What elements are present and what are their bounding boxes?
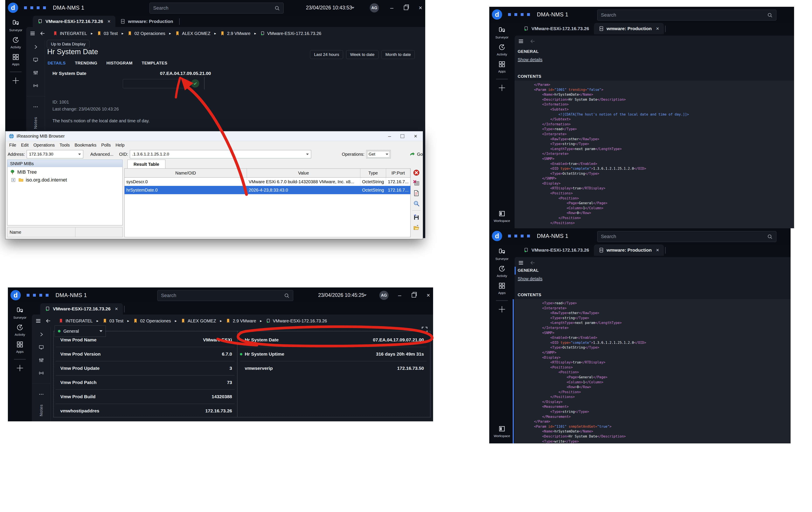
breadcrumb-item-integratel[interactable]: INTEGRATEL: [59, 319, 93, 324]
maximize-button[interactable]: [401, 134, 404, 138]
tab-wmware-production[interactable]: wmware: Production: [115, 16, 178, 27]
column-header-name-oid[interactable]: Name/OID: [124, 169, 247, 178]
clock[interactable]: 23/04/2026 10:45:25: [318, 292, 364, 298]
menu-item-edit[interactable]: Edit: [19, 142, 31, 148]
more-options-icon[interactable]: [33, 104, 38, 110]
tree-node-mib-tree[interactable]: MIB Tree: [10, 169, 120, 175]
go-button[interactable]: Go: [409, 151, 423, 157]
sidebar-item-activity[interactable]: Activity: [497, 43, 507, 56]
advanced-button[interactable]: Advanced...: [90, 152, 113, 157]
clear-table-icon[interactable]: [413, 180, 420, 186]
more-options-icon[interactable]: [38, 391, 44, 397]
menu-item-help[interactable]: Help: [113, 142, 127, 148]
column-header-type[interactable]: Type: [360, 169, 386, 178]
result-table-tab[interactable]: Result Table: [127, 160, 166, 169]
breadcrumb-item-02-operaciones[interactable]: 02 Operaciones: [133, 319, 171, 324]
subtab-details[interactable]: DETAILS: [48, 61, 66, 65]
sidebar-item-apps[interactable]: Apps: [16, 341, 24, 354]
search-input[interactable]: Search: [597, 231, 776, 242]
breadcrumb-item-03-test[interactable]: 03 Test: [103, 319, 123, 324]
tab-vmware-esxi-172-16-73-26[interactable]: VMware-ESXi-172.16.73.26: [519, 244, 594, 256]
tab-wmware-production[interactable]: wmware: Production×: [594, 244, 664, 256]
add-button[interactable]: [498, 84, 506, 92]
tab-wmware-production[interactable]: wmware: Production×: [594, 23, 664, 34]
restore-button[interactable]: [412, 293, 416, 298]
log-document-icon[interactable]: [413, 190, 420, 197]
table-row-sysdescr-0[interactable]: sysDescr.0VMware ESXi 6.7.0 build-143203…: [124, 178, 410, 186]
up-to-data-display-button[interactable]: Up to Data Display: [47, 40, 90, 49]
sidebar-item-workspace[interactable]: Workspace: [494, 210, 510, 222]
close-tab-icon[interactable]: ×: [656, 26, 659, 32]
monitor-icon[interactable]: [33, 57, 38, 63]
notes-rail-label[interactable]: Notes: [33, 117, 38, 129]
add-button[interactable]: [498, 305, 506, 313]
restore-button[interactable]: [404, 6, 408, 10]
show-details-link[interactable]: Show details: [518, 57, 542, 62]
param-row-vmw-prod-build[interactable]: Vmw Prod Build14320388: [56, 390, 235, 404]
expand-rail-icon[interactable]: [38, 332, 44, 337]
close-button[interactable]: ×: [427, 292, 430, 299]
breadcrumb-item-alex-gomez[interactable]: ALEX GOMEZ: [175, 31, 210, 36]
minimize-button[interactable]: –: [398, 292, 401, 299]
sidebar-item-workspace[interactable]: Workspace: [494, 425, 510, 438]
breadcrumb-item-vmware-esxi-172-16-73-26[interactable]: VMware-ESXi-172.16.73.26: [260, 31, 321, 36]
param-row-vmwserverip[interactable]: vmwserverip172.16.73.50: [240, 361, 427, 375]
back-icon[interactable]: [40, 31, 46, 36]
code-scroll-indicator[interactable]: [513, 299, 514, 444]
sliders-icon[interactable]: [38, 357, 44, 363]
avatar[interactable]: AG: [379, 291, 388, 300]
column-header-ip-port[interactable]: IP:Port: [386, 169, 410, 178]
sidebar-item-apps[interactable]: Apps: [498, 61, 505, 73]
close-tab-icon[interactable]: ×: [656, 247, 659, 253]
sidebar-item-apps[interactable]: Apps: [498, 282, 505, 295]
value-input[interactable]: [123, 79, 188, 88]
param-row-vmwhostipaddres[interactable]: vmwhostipaddres172.16.73.26: [56, 404, 235, 418]
close-tab-icon[interactable]: ×: [115, 306, 118, 312]
tab-vmware-esxi-172-16-73-26[interactable]: VMware-ESXi-172.16.73.26×: [40, 303, 123, 314]
range-button-week-to-date[interactable]: Week to date: [346, 50, 378, 59]
breadcrumb-item-2-9-vmware[interactable]: 2.9 VMware: [226, 319, 256, 324]
search-input[interactable]: Search: [149, 3, 284, 13]
close-tab-icon[interactable]: ×: [108, 18, 111, 25]
close-button[interactable]: ×: [419, 5, 422, 11]
broadcast-icon[interactable]: [38, 370, 44, 376]
show-details-link[interactable]: Show details: [518, 276, 542, 281]
expand-plus-icon[interactable]: [10, 177, 16, 183]
sidebar-item-activity[interactable]: Activity: [10, 36, 21, 49]
expand-icon[interactable]: [421, 326, 428, 333]
address-combobox[interactable]: 172.16.73.30: [27, 150, 83, 158]
search-input[interactable]: Search: [597, 10, 776, 21]
column-header-value[interactable]: Value: [247, 169, 360, 178]
menu-item-bookmarks[interactable]: Bookmarks: [72, 142, 99, 148]
param-row-vmw-prod-patch[interactable]: Vmw Prod Patch73: [56, 375, 235, 390]
back-icon[interactable]: [530, 260, 535, 266]
expand-rail-icon[interactable]: [33, 44, 38, 50]
sidebar-item-activity[interactable]: Activity: [497, 265, 507, 278]
broadcast-icon[interactable]: [33, 83, 38, 88]
tab-vmware-esxi-172-16-73-26[interactable]: VMware-ESXi-172.16.73.26×: [33, 16, 115, 27]
subtab-trending[interactable]: TRENDING: [75, 61, 97, 65]
back-icon[interactable]: [46, 318, 51, 324]
minimize-button[interactable]: –: [388, 133, 391, 139]
hamburger-icon[interactable]: [518, 38, 524, 44]
back-icon[interactable]: [530, 38, 535, 44]
hamburger-icon[interactable]: [30, 31, 35, 36]
page-selector-dropdown[interactable]: General: [55, 326, 106, 337]
breadcrumb-item-2-9-vmware[interactable]: 2.9 VMware: [220, 31, 251, 36]
clock[interactable]: 23/04/2026 10:43:53: [306, 5, 352, 11]
breadcrumb-item-02-operaciones[interactable]: 02 Operaciones: [127, 31, 165, 36]
param-row-vmw-prod-version[interactable]: Vmw Prod Version6.7.0: [56, 347, 235, 361]
minimize-button[interactable]: –: [390, 5, 393, 11]
open-folder-icon[interactable]: [413, 224, 420, 231]
menu-item-operations[interactable]: Operations: [31, 142, 57, 148]
param-row-vmw-prod-update[interactable]: Vmw Prod Update3: [56, 361, 235, 375]
breadcrumb-item-alex-gomez[interactable]: ALEX GOMEZ: [181, 319, 216, 324]
sidebar-item-apps[interactable]: Apps: [12, 53, 20, 66]
search-input[interactable]: Search: [157, 290, 293, 301]
close-button[interactable]: ×: [414, 133, 417, 139]
table-row-hrsystemdate-0[interactable]: hrSystemDate.02026-4-23,8:33:43.0OctetSt…: [124, 186, 410, 194]
range-button-month-to-date[interactable]: Month to date: [381, 50, 415, 59]
tab-vmware-esxi-172-16-73-26[interactable]: VMware-ESXi-172.16.73.26: [519, 23, 594, 34]
zoom-icon[interactable]: [413, 200, 420, 207]
sliders-icon[interactable]: [33, 70, 38, 76]
